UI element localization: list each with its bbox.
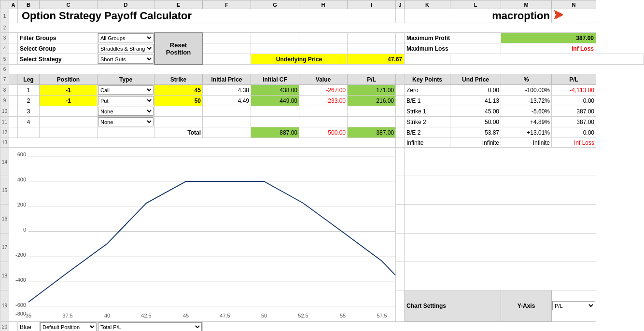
- underlying-price-value[interactable]: 47.67: [348, 54, 405, 65]
- svg-text:0: 0: [23, 227, 26, 233]
- r3-a: [9, 33, 18, 43]
- kp-row0-und: 0.00: [450, 85, 501, 96]
- kp-row2-pct: -5.60%: [501, 106, 552, 117]
- r19-j: [396, 290, 405, 321]
- leg2-type-select[interactable]: Put: [98, 96, 154, 105]
- col-header-b: B: [18, 0, 40, 9]
- svg-text:600: 600: [17, 152, 26, 157]
- blue-select-cell[interactable]: Default Position: [40, 322, 98, 331]
- filter-groups-select-cell[interactable]: All Groups: [98, 33, 154, 43]
- col-leg-header: Leg: [18, 74, 40, 85]
- r13-j: [396, 138, 405, 148]
- leg2-type-cell[interactable]: Put: [98, 96, 154, 106]
- r8-a: [9, 85, 18, 96]
- r12-d: [98, 127, 154, 138]
- col-header-f: F: [203, 0, 251, 9]
- leg3-type-select[interactable]: None: [98, 107, 154, 116]
- leg4-position[interactable]: [40, 117, 98, 127]
- col-initial-price-header: Initial Price: [203, 74, 251, 85]
- leg2-position[interactable]: -1: [40, 96, 98, 106]
- y-axis-select[interactable]: P/L: [552, 301, 595, 310]
- blue-select[interactable]: Default Position: [40, 322, 97, 331]
- leg2-pl: 216.00: [348, 96, 396, 106]
- r11-j: [396, 117, 405, 127]
- r18-right: [405, 262, 596, 290]
- row-num-8: 8: [0, 85, 9, 96]
- corner-cell: [0, 0, 9, 9]
- kp-row2-label: Strike 1: [405, 106, 450, 117]
- kp-row0-pct: -100.00%: [501, 85, 552, 96]
- select-strategy-select[interactable]: Short Guts: [98, 55, 154, 64]
- svg-text:35: 35: [26, 313, 31, 318]
- chart-settings-label: Chart Settings: [405, 290, 501, 321]
- leg1-strike[interactable]: 45: [154, 85, 203, 96]
- leg1-initial-price: 4.38: [203, 85, 251, 96]
- r11-a: [9, 117, 18, 127]
- r12-j: [396, 127, 405, 138]
- leg4-num: 4: [18, 117, 40, 127]
- filter-groups-label: Filter Groups: [18, 33, 98, 43]
- svg-text:55: 55: [340, 313, 346, 318]
- select-group-select-cell[interactable]: Straddles & Strangles: [98, 43, 154, 54]
- blue-right-select[interactable]: Total P/L: [98, 322, 202, 331]
- leg3-position[interactable]: [40, 106, 98, 117]
- col-kp-pl-header: P/L: [552, 74, 596, 85]
- y-axis-select-cell[interactable]: P/L: [552, 290, 596, 321]
- row-num-5: 5: [0, 54, 9, 65]
- leg1-position[interactable]: -1: [40, 85, 98, 96]
- r16-right: [405, 205, 596, 233]
- col-header-l: L: [450, 0, 501, 9]
- r9-j: [396, 96, 405, 106]
- r2-empty: [9, 23, 596, 33]
- r3-g: [251, 33, 299, 43]
- r9-a: [9, 96, 18, 106]
- kp-row2-pl: 387.00: [552, 106, 596, 117]
- r3-h: [299, 33, 348, 43]
- kp-row5-und: Infinite: [450, 138, 501, 148]
- kp-row1-label: B/E 1: [405, 96, 450, 106]
- leg4-type-select[interactable]: None: [98, 117, 154, 126]
- leg1-pl: 171.00: [348, 85, 396, 96]
- r1-a: [9, 9, 18, 23]
- r4-h: [299, 43, 348, 54]
- leg1-type-cell[interactable]: Call: [98, 85, 154, 96]
- leg4-type-cell[interactable]: None: [98, 117, 154, 127]
- kp-row1-pct: -13.72%: [501, 96, 552, 106]
- reset-position-button[interactable]: ResetPosition: [154, 33, 203, 65]
- svg-text:37.5: 37.5: [62, 313, 72, 318]
- col-position-header: Position: [40, 74, 98, 85]
- leg2-strike[interactable]: 50: [154, 96, 203, 106]
- select-strategy-select-cell[interactable]: Short Guts: [98, 54, 154, 65]
- r7-a: [9, 74, 18, 85]
- svg-text:42.5: 42.5: [141, 313, 151, 318]
- chart-cell: 600 400 200 0 -200 -400 -600: [9, 148, 396, 322]
- max-profit-label: Maximum Profit: [405, 33, 501, 43]
- kp-row0-label: Zero: [405, 85, 450, 96]
- max-loss-label: Maximum Loss: [405, 43, 501, 54]
- col-header-i: I: [348, 0, 396, 9]
- svg-text:40: 40: [104, 313, 110, 318]
- col-initial-cf-header: Initial CF: [251, 74, 299, 85]
- leg2-num: 2: [18, 96, 40, 106]
- r3-i: [348, 33, 396, 43]
- leg2-initial-cf: 449.00: [251, 96, 299, 106]
- r15-j: [396, 176, 405, 205]
- leg1-type-select[interactable]: Call: [98, 85, 154, 95]
- blue-right-select-cell[interactable]: Total P/L: [98, 322, 203, 331]
- col-header-n: N: [552, 0, 596, 9]
- leg3-type-cell[interactable]: None: [98, 106, 154, 117]
- col-header-g: G: [251, 0, 299, 9]
- leg3-pl: [348, 106, 396, 117]
- kp-row0-pl: -4,113.00: [552, 85, 596, 96]
- filter-groups-select[interactable]: All Groups: [98, 33, 154, 42]
- leg3-num: 3: [18, 106, 40, 117]
- blue-label: Blue: [18, 322, 40, 331]
- r10-a: [9, 106, 18, 117]
- r16-j: [396, 205, 405, 233]
- row-num-3: 3: [0, 33, 9, 43]
- row-num-15: 15: [0, 176, 9, 205]
- underlying-price-label: Underlying Price: [251, 54, 348, 65]
- row-num-1: 1: [0, 9, 9, 23]
- select-group-select[interactable]: Straddles & Strangles: [98, 44, 154, 53]
- r5-a: [9, 54, 18, 65]
